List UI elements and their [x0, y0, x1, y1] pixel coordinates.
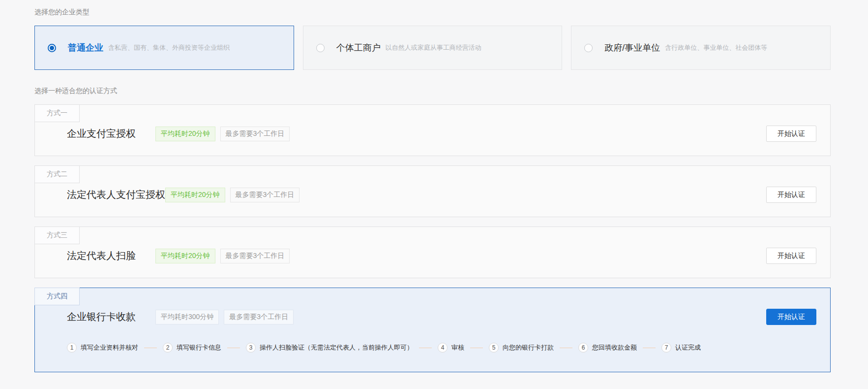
method-tab-3: 方式三 — [34, 227, 80, 244]
step-label: 您回填收款金额 — [592, 343, 637, 352]
type-card-individual-business[interactable]: 个体工商户 以自然人或家庭从事工商经营活动 — [303, 26, 563, 70]
auth-method-label: 选择一种适合您的认证方式 — [34, 87, 831, 96]
step-number: 4 — [438, 343, 448, 353]
step-6: 6 您回填收款金额 — [578, 343, 637, 353]
step-4: 4 审核 — [438, 343, 464, 353]
type-card-title: 个体工商户 — [336, 42, 381, 54]
type-card-desc: 含私营、国有、集体、外商投资等企业组织 — [108, 43, 230, 52]
method-title: 企业支付宝授权 — [67, 127, 155, 140]
step-connector — [643, 348, 656, 348]
step-label: 操作人扫脸验证（无需法定代表人，当前操作人即可） — [260, 343, 413, 352]
step-connector — [419, 348, 432, 348]
type-card-ordinary-enterprise[interactable]: 普通企业 含私营、国有、集体、外商投资等企业组织 — [34, 26, 294, 70]
type-card-title: 普通企业 — [68, 42, 103, 54]
type-card-government-institution[interactable]: 政府/事业单位 含行政单位、事业单位、社会团体等 — [571, 26, 831, 70]
step-label: 向您的银行卡打款 — [503, 343, 554, 352]
method-tab-1: 方式一 — [34, 104, 80, 122]
method-title: 法定代表人支付宝授权 — [67, 188, 165, 201]
step-number: 2 — [163, 343, 173, 353]
time-badge: 平均耗时20分钟 — [155, 127, 215, 141]
step-3: 3 操作人扫脸验证（无需法定代表人，当前操作人即可） — [246, 343, 413, 353]
method-card-1[interactable]: 方式一 企业支付宝授权 平均耗时20分钟 最多需要3个工作日 开始认证 — [34, 104, 831, 156]
step-number: 5 — [489, 343, 499, 353]
method-tab-2: 方式二 — [34, 165, 80, 183]
step-number: 7 — [661, 343, 671, 353]
duration-badge: 最多需要3个工作日 — [224, 310, 294, 324]
start-auth-button-1[interactable]: 开始认证 — [766, 126, 816, 142]
type-card-title: 政府/事业单位 — [604, 42, 660, 54]
duration-badge: 最多需要3个工作日 — [220, 249, 290, 263]
step-label: 认证完成 — [675, 343, 701, 352]
step-label: 填写银行卡信息 — [177, 343, 221, 352]
time-badge: 平均耗时20分钟 — [155, 249, 215, 263]
method-card-4[interactable]: 方式四 企业银行卡收款 平均耗时300分钟 最多需要3个工作日 开始认证 1 填… — [34, 288, 831, 372]
method-card-3[interactable]: 方式三 法定代表人扫脸 平均耗时20分钟 最多需要3个工作日 开始认证 — [34, 227, 831, 278]
method-row: 企业银行卡收款 平均耗时300分钟 最多需要3个工作日 开始认证 — [35, 288, 830, 325]
method-tab-4: 方式四 — [34, 288, 80, 305]
duration-badge: 最多需要3个工作日 — [230, 188, 300, 202]
start-auth-button-3[interactable]: 开始认证 — [766, 248, 816, 264]
type-card-desc: 以自然人或家庭从事工商经营活动 — [386, 43, 481, 52]
step-connector — [560, 348, 572, 348]
start-auth-button-2[interactable]: 开始认证 — [766, 187, 816, 203]
method-card-2[interactable]: 方式二 法定代表人支付宝授权 平均耗时20分钟 最多需要3个工作日 开始认证 — [34, 165, 831, 217]
type-card-desc: 含行政单位、事业单位、社会团体等 — [665, 43, 767, 52]
method-row: 法定代表人支付宝授权 平均耗时20分钟 最多需要3个工作日 开始认证 — [35, 166, 830, 203]
enterprise-type-options: 普通企业 含私营、国有、集体、外商投资等企业组织 个体工商户 以自然人或家庭从事… — [34, 26, 831, 70]
time-badge: 平均耗时300分钟 — [155, 310, 219, 324]
step-1: 1 填写企业资料并核对 — [67, 343, 138, 353]
step-label: 审核 — [451, 343, 464, 352]
step-connector — [470, 348, 483, 348]
duration-badge: 最多需要3个工作日 — [220, 127, 290, 141]
step-5: 5 向您的银行卡打款 — [489, 343, 554, 353]
radio-unselected-icon[interactable] — [584, 44, 593, 52]
step-connector — [227, 348, 240, 348]
method-row: 企业支付宝授权 平均耗时20分钟 最多需要3个工作日 开始认证 — [35, 105, 830, 142]
step-number: 3 — [246, 343, 256, 353]
method-title: 企业银行卡收款 — [67, 310, 155, 324]
step-2: 2 填写银行卡信息 — [163, 343, 221, 353]
method-title: 法定代表人扫脸 — [67, 249, 155, 262]
main-content: 选择您的企业类型 普通企业 含私营、国有、集体、外商投资等企业组织 个体工商户 … — [0, 0, 831, 372]
enterprise-type-label: 选择您的企业类型 — [34, 8, 831, 17]
method-row: 法定代表人扫脸 平均耗时20分钟 最多需要3个工作日 开始认证 — [35, 227, 830, 264]
method-steps: 1 填写企业资料并核对 2 填写银行卡信息 3 操作人扫脸验证（无需法定代表人，… — [35, 325, 830, 353]
step-number: 6 — [578, 343, 588, 353]
step-label: 填写企业资料并核对 — [81, 343, 138, 352]
radio-unselected-icon[interactable] — [316, 44, 325, 52]
radio-selected-icon[interactable] — [48, 44, 56, 52]
step-number: 1 — [67, 343, 77, 353]
start-auth-button-4[interactable]: 开始认证 — [766, 309, 816, 325]
step-7: 7 认证完成 — [661, 343, 701, 353]
time-badge: 平均耗时20分钟 — [165, 188, 225, 202]
step-connector — [144, 348, 157, 348]
